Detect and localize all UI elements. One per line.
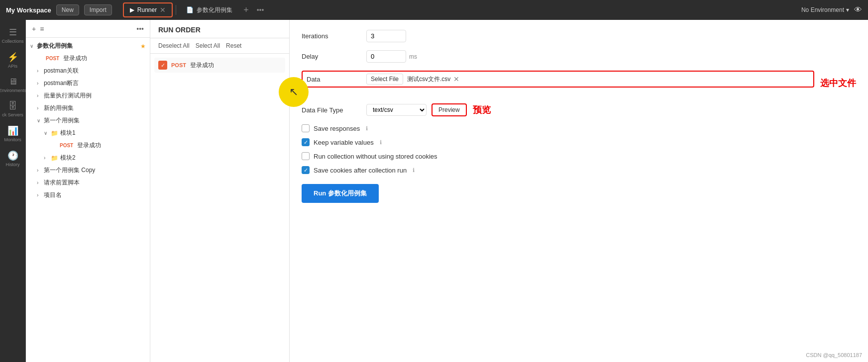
file-clear-icon[interactable]: ✕: [453, 75, 459, 83]
sidebar-icons: ☰ Collections ⚡ APIs 🖥 Environments 🗄 ck…: [0, 20, 26, 362]
run-item-checkbox[interactable]: ✓: [158, 61, 167, 70]
save-cookies-row: ✓ Save cookies after collection run ℹ: [302, 166, 856, 174]
reset-btn[interactable]: Reset: [226, 42, 241, 49]
save-responses-checkbox[interactable]: [302, 124, 310, 132]
apis-label: APIs: [8, 64, 17, 69]
run-order-actions: Deselect All Select All Reset: [150, 38, 289, 54]
tab-bar: ▶ Runner ✕ 📄 参数化用例集 + •••: [121, 1, 270, 19]
chevron-pre-script: ›: [37, 180, 44, 185]
monitors-icon: 📊: [7, 125, 18, 136]
config-panel: Iterations Delay ms Data Select File 测试c…: [290, 20, 868, 362]
import-button[interactable]: Import: [84, 4, 112, 15]
tab-more-icon[interactable]: •••: [253, 6, 268, 14]
run-item[interactable]: ✓ POST 登录成功: [154, 58, 285, 73]
select-all-btn[interactable]: Select All: [196, 42, 220, 49]
top-bar: My Workspace New Import ▶ Runner ✕ 📄 参数化…: [0, 0, 868, 20]
tree-item-first-coll[interactable]: ∨ 第一个用例集: [26, 114, 150, 127]
delay-row: Delay ms: [302, 50, 856, 63]
chevron-new-coll: ›: [37, 105, 44, 111]
tree-item-root[interactable]: ∨ 参数化用例集 ★: [26, 40, 150, 52]
preview-button[interactable]: Preview: [432, 103, 467, 116]
tree-item-post1[interactable]: POST 登录成功: [26, 52, 150, 65]
sidebar-item-apis[interactable]: ⚡ APIs: [0, 49, 25, 72]
iterations-label: Iterations: [302, 32, 366, 40]
chevron-module1: ∨: [44, 130, 51, 136]
save-responses-label: Save responses: [314, 125, 360, 132]
apis-icon: ⚡: [7, 52, 18, 63]
save-responses-row: Save responses ℹ: [302, 124, 856, 132]
iterations-input[interactable]: [366, 30, 406, 42]
new-button[interactable]: New: [56, 4, 79, 15]
run-collection-button[interactable]: Run 参数化用例集: [302, 184, 379, 203]
tree-label-pre-script: 请求前置脚本: [44, 179, 80, 187]
add-collection-icon[interactable]: +: [32, 25, 36, 33]
history-label: History: [5, 162, 19, 167]
delay-unit: ms: [409, 53, 417, 60]
environments-icon: 🖥: [8, 77, 17, 87]
no-cookies-label: Run collection without using stored cook…: [314, 153, 437, 160]
mock-servers-label: ck Servers: [2, 112, 23, 117]
filter-icon[interactable]: ≡: [40, 25, 44, 33]
keep-variable-checkbox[interactable]: ✓: [302, 138, 310, 146]
tree-item-new-coll[interactable]: › 新的用例集: [26, 102, 150, 114]
runner-tab-close[interactable]: ✕: [160, 6, 166, 14]
tree-item-project[interactable]: › 项目名: [26, 189, 150, 201]
save-cookies-label: Save cookies after collection run: [314, 167, 407, 174]
tree-label-project: 项目名: [44, 191, 62, 199]
tree-item-module1[interactable]: ∨ 📁 模块1: [26, 127, 150, 139]
data-file-type-label: Data File Type: [302, 106, 366, 114]
eye-icon[interactable]: 👁: [854, 5, 862, 14]
sidebar-item-mock-servers[interactable]: 🗄 ck Servers: [0, 98, 25, 120]
collection-more-icon[interactable]: •••: [136, 25, 144, 33]
main-layout: ☰ Collections ⚡ APIs 🖥 Environments 🗄 ck…: [0, 20, 868, 362]
annotation-select-file: 选中文件: [820, 77, 856, 89]
save-cookies-info: ℹ: [413, 167, 415, 174]
tree-item-postman-link[interactable]: › postman关联: [26, 65, 150, 77]
delay-input[interactable]: [366, 50, 406, 63]
tree-label-module1: 模块1: [60, 129, 76, 137]
tree-item-pre-script[interactable]: › 请求前置脚本: [26, 177, 150, 189]
no-cookies-checkbox[interactable]: [302, 152, 310, 160]
tree-item-post2[interactable]: POST 登录成功: [26, 139, 150, 152]
run-items-list: ✓ POST 登录成功: [150, 54, 289, 362]
runner-tab-icon: ▶: [130, 6, 134, 13]
star-icon: ★: [140, 43, 146, 50]
tab-runner[interactable]: ▶ Runner ✕: [123, 2, 173, 17]
select-file-button[interactable]: Select File: [366, 74, 403, 85]
tree-item-postman-assert[interactable]: › postman断言: [26, 77, 150, 90]
environment-selector[interactable]: No Environment ▾: [801, 6, 849, 13]
tree-label-batch-exec: 批量执行测试用例: [44, 91, 92, 100]
sidebar-item-monitors[interactable]: 📊 Monitors: [0, 122, 25, 145]
save-responses-info: ℹ: [366, 125, 368, 132]
collection-tab-label: 参数化用例集: [197, 6, 232, 14]
method-post1: POST: [44, 55, 61, 62]
tree-label-first-copy: 第一个用例集 Copy: [44, 166, 95, 175]
sidebar-item-history[interactable]: 🕐 History: [0, 147, 25, 170]
monitors-label: Monitors: [4, 137, 21, 142]
tree-item-batch-exec[interactable]: › 批量执行测试用例: [26, 90, 150, 102]
selected-file-name: 测试csv文件.csv: [407, 75, 450, 84]
sidebar-item-collections[interactable]: ☰ Collections: [0, 24, 25, 47]
collections-icon: ☰: [9, 27, 17, 38]
chevron-root: ∨: [30, 43, 37, 49]
tab-collection[interactable]: 📄 参数化用例集: [179, 2, 239, 17]
tree-label-post2: 登录成功: [77, 141, 101, 150]
mock-servers-icon: 🗄: [8, 101, 17, 111]
run-item-name: 登录成功: [190, 61, 214, 70]
tree-item-first-copy[interactable]: › 第一个用例集 Copy: [26, 164, 150, 177]
runner-panel: RUN ORDER Deselect All Select All Reset …: [150, 20, 290, 362]
tree-item-module2[interactable]: › 📁 模块2: [26, 152, 150, 164]
tree-label-module2: 模块2: [60, 154, 76, 162]
data-row: Data Select File 测试csv文件.csv ✕: [302, 71, 814, 88]
data-label: Data: [307, 76, 366, 83]
tab-add-icon[interactable]: +: [239, 5, 253, 15]
save-cookies-checkbox[interactable]: ✓: [302, 166, 310, 174]
chevron-project: ›: [37, 192, 44, 198]
tree-label-post1: 登录成功: [63, 54, 87, 63]
chevron-first-coll: ∨: [37, 118, 44, 123]
top-right: No Environment ▾ 👁: [801, 5, 862, 14]
deselect-all-btn[interactable]: Deselect All: [158, 42, 190, 49]
chevron-module2: ›: [44, 155, 51, 161]
data-file-type-select[interactable]: text/csv application/json: [366, 104, 427, 116]
sidebar-item-environments[interactable]: 🖥 Environments: [0, 74, 25, 96]
